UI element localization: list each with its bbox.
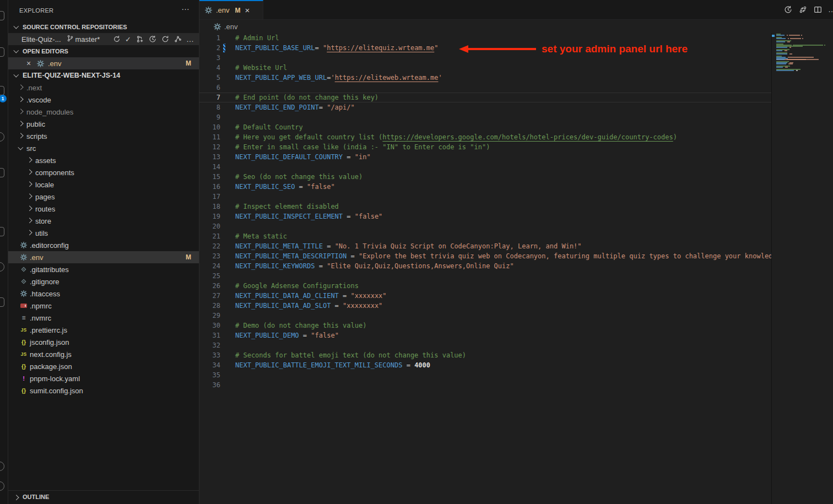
code-line-27: 27NEXT_PUBLIC_DATA_AD_CLIENT = "xxxxxxx" <box>199 291 771 301</box>
code-line-8: 8NEXT_PUBLIC_END_POINT= "/api/" <box>199 102 771 112</box>
account-icon[interactable] <box>0 462 4 471</box>
open-changes-icon[interactable] <box>798 5 807 14</box>
tree-item-node-modules[interactable]: node_modules <box>8 106 199 118</box>
tree-item-label: .htaccess <box>30 290 60 298</box>
chevron-down-icon <box>12 47 20 56</box>
breadcrumb-item[interactable]: .env <box>224 23 238 31</box>
tree-item-scripts[interactable]: scripts <box>8 130 199 142</box>
code-text: # Demo (do not change this value) <box>235 321 366 330</box>
code-editor[interactable]: set your admin panel url here 1# Admin U… <box>199 33 771 504</box>
explorer-icon[interactable] <box>0 11 4 20</box>
chevron-right-icon <box>25 180 34 189</box>
tree-item-.gitattributes[interactable]: .gitattributes <box>8 263 199 275</box>
tree-item-.htaccess[interactable]: .htaccess <box>8 288 199 300</box>
history-icon[interactable] <box>148 35 156 44</box>
open-editors-header[interactable]: OPEN EDITORS <box>8 45 199 57</box>
extensions-icon[interactable] <box>0 168 4 177</box>
outline-section-header[interactable]: OUTLINE <box>8 490 199 504</box>
tab-bar: .env M × … <box>199 0 833 20</box>
tree-item-.editorconfig[interactable]: .editorconfig <box>8 239 199 251</box>
settings-gear-icon[interactable] <box>0 481 4 491</box>
scm-section-header[interactable]: SOURCE CONTROL REPOSITORIES <box>8 21 199 33</box>
timeline-icon[interactable] <box>783 5 792 14</box>
breadcrumb[interactable]: .env <box>199 20 833 34</box>
minimap[interactable] <box>771 33 833 504</box>
tree-item-.npmrc[interactable]: .npmrc <box>8 300 199 312</box>
code-line-32: 32 <box>199 340 771 350</box>
activity-extra-icon[interactable] <box>0 297 4 307</box>
sync-icon[interactable] <box>112 35 121 44</box>
line-number: 9 <box>199 112 220 122</box>
json-icon: {} <box>19 338 28 346</box>
tree-item-components[interactable]: components <box>8 166 199 178</box>
tree-item-label: src <box>26 144 36 153</box>
source-control-icon[interactable] <box>0 86 4 95</box>
create-pull-request-icon[interactable] <box>136 35 144 44</box>
line-number: 11 <box>199 132 220 142</box>
line-number: 3 <box>199 53 220 63</box>
branch-name[interactable]: master* <box>75 35 100 44</box>
commit-check-icon[interactable]: ✓ <box>125 35 131 44</box>
line-number: 2 <box>199 43 220 53</box>
tree-item-locale[interactable]: locale <box>8 178 199 191</box>
tree-item-next.config.js[interactable]: JSnext.config.js <box>8 348 199 360</box>
minimap-change-marker <box>772 35 775 37</box>
activity-extra-icon[interactable] <box>0 262 4 272</box>
line-number: 17 <box>199 192 220 202</box>
graph-icon[interactable] <box>174 35 182 44</box>
js-icon: JS <box>19 350 28 359</box>
gear-icon <box>19 253 28 262</box>
tree-item-assets[interactable]: assets <box>8 154 199 166</box>
tree-item-routes[interactable]: routes <box>8 203 199 215</box>
tree-item-.gitignore[interactable]: .gitignore <box>8 275 199 288</box>
tree-item-store[interactable]: store <box>8 215 199 227</box>
tree-item-utils[interactable]: utils <box>8 227 199 239</box>
tree-item-label: utils <box>35 229 48 237</box>
tab-env[interactable]: .env M × <box>199 0 263 19</box>
code-text: # End point (do not change this key) <box>235 93 378 102</box>
code-text: # Seo (do not change this value) <box>235 172 363 182</box>
tree-item-.vscode[interactable]: .vscode <box>8 94 199 106</box>
tree-item-pnpm-lock.yaml[interactable]: !pnpm-lock.yaml <box>8 372 199 384</box>
code-text: NEXT_PUBLIC_DEMO = "false" <box>235 330 339 340</box>
more-actions-icon[interactable]: … <box>828 5 833 14</box>
more-actions-icon[interactable]: … <box>181 2 190 12</box>
modified-gutter-marker <box>223 44 225 52</box>
close-icon[interactable]: × <box>245 6 250 15</box>
scm-count-badge: 1 <box>0 95 7 102</box>
refresh-icon[interactable] <box>161 35 169 44</box>
workspace-root-row[interactable]: ELITE-QUIZ-WEB-NEXT-JS-14 <box>8 69 199 82</box>
line-number: 23 <box>199 251 220 261</box>
tree-item-sumit.config.json[interactable]: {}sumit.config.json <box>8 384 199 397</box>
tree-item-pages[interactable]: pages <box>8 191 199 203</box>
json-icon: {} <box>19 362 28 371</box>
split-editor-icon[interactable] <box>813 5 822 14</box>
tree-item-package.json[interactable]: {}package.json <box>8 360 199 372</box>
tree-item-.nvmrc[interactable]: ≡.nvmrc <box>8 312 199 324</box>
code-text: NEXT_PUBLIC_KEYWORDS = "Elite Quiz,Quiz,… <box>235 261 514 271</box>
tree-item-src[interactable]: src <box>8 142 199 154</box>
tree-item-public[interactable]: public <box>8 118 199 130</box>
vscode-window: { "activity_bar": { "badge_count": "1" }… <box>0 0 833 504</box>
run-debug-icon[interactable] <box>0 132 4 142</box>
search-icon[interactable] <box>0 47 4 57</box>
activity-bar[interactable]: 1 <box>0 0 8 504</box>
tree-item-.next[interactable]: .next <box>8 82 199 94</box>
close-icon[interactable]: × <box>25 59 33 68</box>
tree-item-.prettierrc.js[interactable]: JS.prettierrc.js <box>8 324 199 336</box>
scm-repo-row[interactable]: Elite-Quiz-... master* ✓ … <box>8 33 199 45</box>
open-editor-label: .env <box>48 59 62 68</box>
code-line-18: 18# Inspect element disabled <box>199 202 771 212</box>
open-editor-item-env[interactable]: × .env M <box>8 57 199 69</box>
tree-item-jsconfig.json[interactable]: {}jsconfig.json <box>8 336 199 348</box>
code-text: NEXT_PUBLIC_END_POINT= "/api/" <box>235 102 355 112</box>
code-line-23: 23NEXT_PUBLIC_META_DESCRIPTION = "Explor… <box>199 251 771 261</box>
code-text: NEXT_PUBLIC_BATTLE_EMOJI_TEXT_MILI_SECON… <box>235 360 430 370</box>
more-actions-icon[interactable]: … <box>186 35 194 44</box>
gear-file-icon <box>36 59 45 68</box>
activity-extra-icon[interactable] <box>0 227 4 236</box>
code-line-29: 29 <box>199 311 771 321</box>
tree-item-label: .vscode <box>26 96 51 104</box>
tree-item-.env[interactable]: .envM <box>8 251 199 263</box>
tree-item-label: public <box>26 120 45 128</box>
